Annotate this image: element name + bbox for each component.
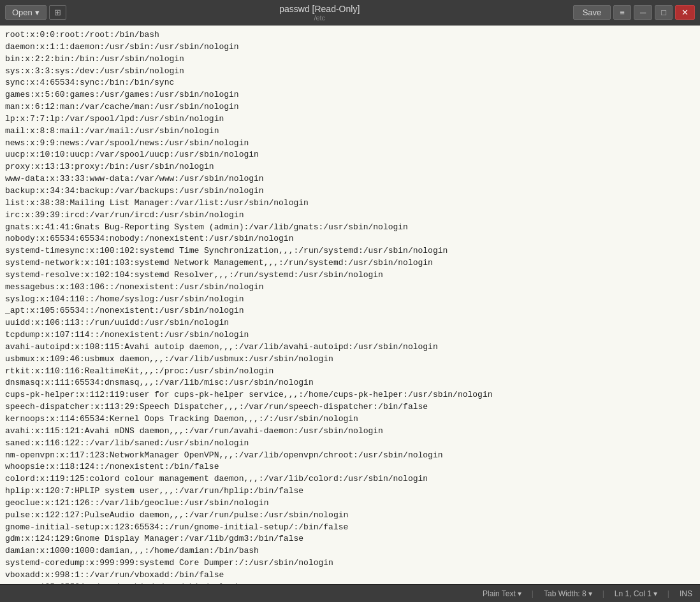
tab-width-selector[interactable]: Tab Width: 8 ▾ bbox=[544, 589, 592, 598]
maximize-button[interactable]: □ bbox=[655, 5, 673, 20]
minimize-button[interactable]: ─ bbox=[634, 5, 652, 20]
open-label: Open bbox=[12, 8, 33, 17]
window-title: passwd [Read-Only] bbox=[279, 4, 360, 14]
plain-text-arrow: ▾ bbox=[518, 589, 521, 598]
titlebar-center: passwd [Read-Only] /etc bbox=[66, 4, 573, 22]
titlebar-left: Open ▾ ⊞ bbox=[5, 5, 66, 20]
save-button[interactable]: Save bbox=[573, 5, 611, 20]
open-button[interactable]: Open ▾ bbox=[5, 5, 47, 20]
cursor-pos-arrow: ▾ bbox=[653, 589, 657, 598]
sep3: | bbox=[667, 589, 669, 598]
statusbar: Plain Text ▾ | Tab Width: 8 ▾ | Ln 1, Co… bbox=[0, 584, 700, 602]
close-button[interactable]: ✕ bbox=[675, 5, 695, 20]
tab-width-label: Tab Width: 8 bbox=[544, 589, 587, 598]
window-subtitle: /etc bbox=[314, 14, 325, 22]
plain-text-selector[interactable]: Plain Text ▾ bbox=[483, 589, 521, 598]
sep2: | bbox=[602, 589, 604, 598]
titlebar-right: Save ≡ ─ □ ✕ bbox=[573, 5, 695, 20]
pin-icon: ⊞ bbox=[54, 8, 61, 17]
menu-button[interactable]: ≡ bbox=[613, 5, 631, 20]
ins-mode[interactable]: INS bbox=[680, 589, 692, 598]
cursor-pos-label: Ln 1, Col 1 bbox=[615, 589, 652, 598]
cursor-position[interactable]: Ln 1, Col 1 ▾ bbox=[615, 589, 657, 598]
file-content: root:x:0:0:root:/root:/bin/bash daemon:x… bbox=[5, 29, 695, 584]
editor-area[interactable]: root:x:0:0:root:/root:/bin/bash daemon:x… bbox=[0, 25, 700, 584]
plain-text-label: Plain Text bbox=[483, 589, 516, 598]
sep1: | bbox=[532, 589, 534, 598]
ins-label: INS bbox=[680, 589, 692, 598]
open-arrow: ▾ bbox=[35, 8, 40, 17]
titlebar: Open ▾ ⊞ passwd [Read-Only] /etc Save ≡ … bbox=[0, 0, 700, 25]
tab-width-arrow: ▾ bbox=[588, 589, 592, 598]
pin-button[interactable]: ⊞ bbox=[49, 5, 66, 20]
